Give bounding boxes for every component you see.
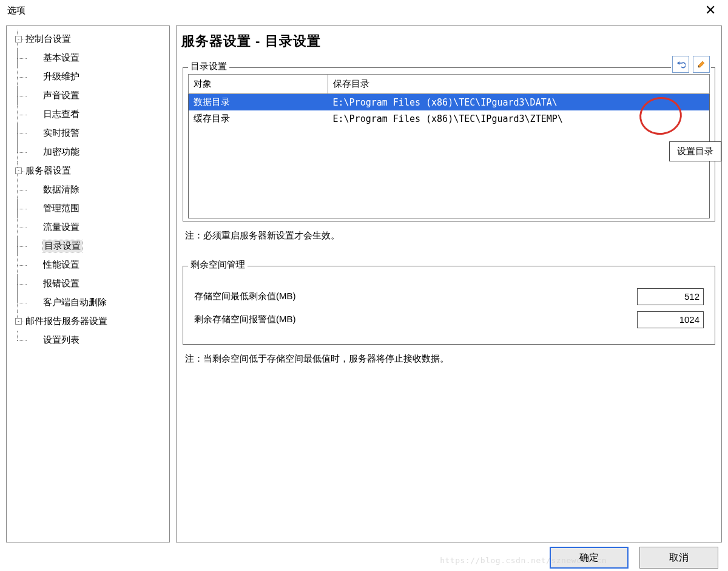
col-object[interactable]: 对象 — [189, 75, 328, 94]
tree-leaf-label[interactable]: 客户端自动删除 — [43, 297, 107, 308]
group-label-space: 剩余空间管理 — [188, 259, 248, 271]
dialog-body: -控制台设置基本设置升级维护声音设置日志查看实时报警加密功能-服务器设置数据清除… — [0, 21, 728, 542]
table-row[interactable]: 数据目录E:\Program Files (x86)\TEC\IPguard3\… — [189, 94, 710, 111]
tree-leaf-label[interactable]: 实时报警 — [43, 127, 79, 139]
nav-tree: -控制台设置基本设置升级维护声音设置日志查看实时报警加密功能-服务器设置数据清除… — [6, 25, 170, 542]
tree-leaf-label[interactable]: 基本设置 — [43, 52, 79, 64]
tree-leaf-label[interactable]: 性能设置 — [43, 259, 79, 271]
tree-leaf-label[interactable]: 数据清除 — [43, 184, 79, 195]
tree-expander-icon[interactable]: - — [15, 36, 22, 42]
cell-path: E:\Program Files (x86)\TEC\IPguard3\ZTEM… — [328, 110, 710, 127]
tree-leaf[interactable]: 升级维护 — [29, 67, 168, 86]
tree-leaf[interactable]: 流量设置 — [29, 218, 168, 237]
window-title: 选项 — [7, 5, 25, 16]
label-alarm-space: 剩余存储空间报警值(MB) — [194, 314, 296, 325]
tree-expander-icon[interactable]: - — [15, 167, 22, 174]
group-space-mgmt: 剩余空间管理 存储空间最低剩余值(MB) 剩余存储空间报警值(MB) — [183, 266, 715, 345]
tree-leaf-label[interactable]: 加密功能 — [43, 146, 79, 158]
cell-object: 数据目录 — [189, 94, 328, 111]
group-directory-settings: 目录设置 — [183, 67, 715, 221]
tree-leaf[interactable]: 目录设置 — [29, 237, 168, 255]
tree-leaf-label[interactable]: 流量设置 — [43, 221, 79, 233]
tree-leaf-label[interactable]: 报错设置 — [43, 278, 79, 289]
cell-path: E:\Program Files (x86)\TEC\IPguard3\DATA… — [328, 94, 710, 111]
input-alarm-space[interactable] — [637, 311, 704, 328]
note-stop-receive: 注：当剩余空间低于存储空间最低值时，服务器将停止接收数据。 — [185, 353, 714, 365]
tree-leaf-label[interactable]: 声音设置 — [43, 90, 79, 101]
tree-leaf[interactable]: 客户端自动删除 — [29, 293, 168, 312]
tree-leaf[interactable]: 加密功能 — [29, 143, 168, 161]
tooltip-set-dir: 设置目录 — [669, 141, 721, 161]
tree-node-label[interactable]: 邮件报告服务器设置 — [25, 316, 107, 327]
undo-icon — [676, 59, 686, 69]
tree-leaf[interactable]: 数据清除 — [29, 180, 168, 199]
content-panel: 服务器设置 - 目录设置 设置目录 目录设置 — [176, 25, 722, 542]
tree-expander-icon[interactable]: - — [15, 318, 22, 325]
tree-leaf-label[interactable]: 升级维护 — [43, 71, 79, 83]
tree-leaf[interactable]: 声音设置 — [29, 86, 168, 105]
input-min-space[interactable] — [637, 288, 704, 305]
watermark: https://blog.csdn.net/sznewcasecn — [440, 556, 607, 565]
cancel-button[interactable]: 取消 — [639, 547, 718, 569]
pencil-icon — [696, 59, 706, 69]
tree-leaf[interactable]: 报错设置 — [29, 274, 168, 293]
cell-object: 缓存目录 — [189, 110, 328, 127]
edit-directory-button[interactable] — [693, 56, 710, 73]
tree-leaf[interactable]: 实时报警 — [29, 124, 168, 143]
title-bar: 选项 ✕ — [0, 0, 728, 21]
table-row[interactable]: 缓存目录E:\Program Files (x86)\TEC\IPguard3\… — [189, 110, 710, 127]
tree-leaf-label[interactable]: 目录设置 — [43, 240, 82, 252]
group-label-dir: 目录设置 — [188, 61, 229, 72]
reset-button[interactable] — [672, 56, 689, 73]
tree-leaf[interactable]: 管理范围 — [29, 199, 168, 218]
col-path[interactable]: 保存目录 — [328, 75, 710, 94]
label-min-space: 存储空间最低剩余值(MB) — [194, 291, 296, 302]
tree-node[interactable]: -邮件报告服务器设置 — [12, 312, 168, 331]
tree-leaf-label[interactable]: 管理范围 — [43, 203, 79, 214]
tree-leaf[interactable]: 基本设置 — [29, 49, 168, 67]
directory-table[interactable]: 对象 保存目录 数据目录E:\Program Files (x86)\TEC\I… — [188, 74, 710, 218]
tree-leaf-label[interactable]: 设置列表 — [43, 334, 79, 346]
tree-leaf-label[interactable]: 日志查看 — [43, 109, 79, 120]
note-restart: 注：必须重启服务器新设置才会生效。 — [185, 230, 714, 242]
tree-node[interactable]: -服务器设置 — [12, 161, 168, 180]
tree-leaf[interactable]: 设置列表 — [29, 331, 168, 350]
tree-leaf[interactable]: 性能设置 — [29, 255, 168, 274]
tree-leaf[interactable]: 日志查看 — [29, 105, 168, 124]
tree-node[interactable]: -控制台设置 — [12, 30, 168, 49]
page-title: 服务器设置 - 目录设置 — [180, 29, 718, 56]
tree-node-label[interactable]: 控制台设置 — [25, 33, 71, 45]
tree-node-label[interactable]: 服务器设置 — [25, 165, 71, 177]
close-icon[interactable]: ✕ — [700, 2, 721, 18]
